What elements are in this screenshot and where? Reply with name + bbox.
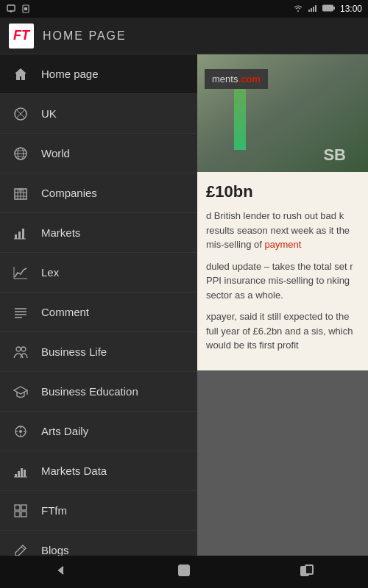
status-icons-left <box>6 4 31 14</box>
chart-area-icon <box>12 462 29 480</box>
bottom-nav <box>0 556 368 588</box>
svg-rect-11 <box>333 7 335 10</box>
chart-bar-icon <box>12 224 29 242</box>
grid-icon <box>12 502 29 520</box>
sidebar-label-business-education: Business Education <box>41 385 138 398</box>
sidebar-item-lex[interactable]: Lex <box>0 253 197 293</box>
svg-rect-26 <box>18 232 21 239</box>
svg-rect-57 <box>305 565 313 574</box>
sidebar-label-companies: Companies <box>41 187 97 199</box>
svg-rect-55 <box>179 565 189 576</box>
sidebar-label-lex: Lex <box>41 266 59 279</box>
globe-icon <box>12 145 29 162</box>
sidebar-label-arts-daily: Arts Daily <box>41 425 88 437</box>
sidebar-item-uk[interactable]: UK <box>0 94 197 134</box>
lines-icon <box>12 304 29 321</box>
sidebar-item-comment[interactable]: Comment <box>0 293 197 332</box>
graduation-icon <box>12 383 29 401</box>
svg-rect-27 <box>22 229 24 239</box>
building-icon <box>12 184 29 202</box>
svg-line-54 <box>21 547 24 550</box>
status-bar: 13:00 <box>0 0 368 18</box>
sidebar-label-comment: Comment <box>41 306 89 318</box>
svg-rect-47 <box>21 468 23 477</box>
back-button[interactable] <box>39 556 83 588</box>
sidebar-item-home-page[interactable]: Home page <box>0 54 197 94</box>
sidebar-label-home-page: Home page <box>41 68 99 80</box>
sidebar-label-markets-data: Markets Data <box>41 465 107 477</box>
recent-icon <box>299 562 315 582</box>
main-content: Home page UK Wo <box>0 54 368 556</box>
battery-icon <box>322 4 336 14</box>
svg-rect-0 <box>7 5 15 11</box>
sidebar-label-blogs: Blogs <box>41 544 69 556</box>
article-paragraph-3: xpayer, said it still expected to the fu… <box>206 309 359 353</box>
sidebar: Home page UK Wo <box>0 54 197 556</box>
svg-rect-50 <box>15 505 20 510</box>
svg-point-40 <box>19 430 22 433</box>
svg-rect-8 <box>315 5 316 12</box>
sidebar-item-business-education[interactable]: Business Education <box>0 372 197 412</box>
signal-icon <box>308 4 318 14</box>
pencil-icon <box>12 542 29 556</box>
svg-rect-53 <box>21 512 26 517</box>
sidebar-label-markets: Markets <box>41 226 80 239</box>
time-display: 13:00 <box>340 4 362 14</box>
svg-point-36 <box>21 347 26 351</box>
article-paragraph-1: d British lender to rush out bad k resul… <box>206 209 359 252</box>
sidebar-item-blogs[interactable]: Blogs <box>0 531 197 556</box>
investments-suffix: .com <box>238 74 260 85</box>
svg-rect-10 <box>323 6 331 10</box>
chart-line-icon <box>12 264 29 282</box>
svg-rect-25 <box>15 234 17 239</box>
sidebar-item-markets-data[interactable]: Markets Data <box>0 451 197 491</box>
recent-button[interactable] <box>285 556 329 588</box>
article-link[interactable]: payment <box>264 239 301 250</box>
sidebar-label-business-life: Business Life <box>41 345 107 358</box>
article-amount: £10bn <box>206 182 359 201</box>
svg-rect-45 <box>15 474 17 477</box>
sidebar-item-markets[interactable]: Markets <box>0 213 197 253</box>
toolbar: FT HOME PAGE <box>0 18 368 54</box>
home-button[interactable] <box>162 556 206 588</box>
ft-logo: FT <box>9 24 34 49</box>
tools-icon <box>12 423 29 440</box>
sidebar-item-arts-daily[interactable]: Arts Daily <box>0 412 197 451</box>
svg-rect-46 <box>18 471 20 477</box>
investments-badge: ments .com <box>205 69 268 89</box>
sim-icon <box>21 4 31 14</box>
svg-rect-5 <box>308 10 310 12</box>
bank-sign: SB <box>323 146 346 165</box>
article-text-area: £10bn d British lender to rush out bad k… <box>197 172 368 370</box>
sidebar-label-uk: UK <box>41 107 57 120</box>
wifi-icon <box>293 4 303 14</box>
svg-point-35 <box>16 347 21 351</box>
home-icon <box>12 65 29 83</box>
svg-rect-52 <box>15 512 20 517</box>
svg-marker-37 <box>14 387 27 394</box>
svg-rect-51 <box>21 505 26 510</box>
status-icons-right: 13:00 <box>293 4 362 14</box>
flag-icon <box>12 105 29 123</box>
notification-icon <box>6 4 16 14</box>
svg-rect-7 <box>313 7 314 12</box>
people-icon <box>12 343 29 361</box>
sidebar-item-world[interactable]: World <box>0 134 197 173</box>
investments-prefix: ments <box>212 74 238 85</box>
svg-rect-4 <box>24 7 27 10</box>
article-image: ments .com SB <box>197 54 368 172</box>
home-nav-icon <box>176 562 192 582</box>
sidebar-item-companies[interactable]: Companies <box>0 173 197 213</box>
article-paragraph-2: duled update – takes the total set r PPI… <box>206 259 359 303</box>
sidebar-label-ftfm: FTfm <box>41 504 67 517</box>
svg-rect-6 <box>311 8 312 12</box>
article-area: ments .com SB £10bn d British lender to … <box>197 54 368 556</box>
sidebar-item-ftfm[interactable]: FTfm <box>0 491 197 531</box>
toolbar-title: HOME PAGE <box>43 29 127 43</box>
svg-rect-48 <box>24 470 26 477</box>
sidebar-item-business-life[interactable]: Business Life <box>0 332 197 372</box>
sidebar-label-world: World <box>41 147 70 159</box>
back-icon <box>53 562 69 582</box>
article-body: d British lender to rush out bad k resul… <box>206 209 359 353</box>
